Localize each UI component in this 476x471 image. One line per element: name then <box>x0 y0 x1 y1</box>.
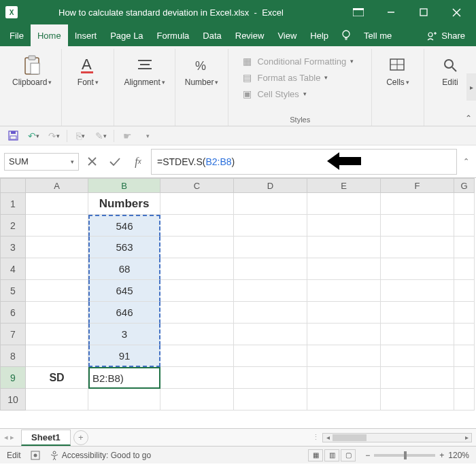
cell-G4[interactable] <box>454 258 475 280</box>
row-header-10[interactable]: 10 <box>0 389 26 411</box>
cell-F4[interactable] <box>381 258 454 280</box>
cell-A6[interactable] <box>26 302 88 324</box>
cell-C5[interactable] <box>160 280 234 302</box>
tab-data[interactable]: Data <box>196 24 228 46</box>
page-break-view-button[interactable]: ▢ <box>341 449 356 461</box>
tab-view[interactable]: View <box>271 24 303 46</box>
cell-B6[interactable]: 646 <box>88 302 160 324</box>
row-header-4[interactable]: 4 <box>0 258 26 280</box>
cell-D4[interactable] <box>234 258 307 280</box>
normal-view-button[interactable]: ▦ <box>308 449 323 461</box>
cell-B4[interactable]: 68 <box>88 258 160 280</box>
row-header-3[interactable]: 3 <box>0 237 26 258</box>
cell-G8[interactable] <box>454 345 475 367</box>
cell-D8[interactable] <box>234 345 307 367</box>
cell-B9[interactable]: B2:B8) <box>88 367 160 389</box>
cell-E2[interactable] <box>307 215 381 237</box>
spreadsheet-grid[interactable]: A B C D E F G 1 Numbers 2 546 3 563 4 68… <box>0 178 476 428</box>
zoom-thumb[interactable] <box>404 451 407 459</box>
cell-D7[interactable] <box>234 324 307 345</box>
collapse-ribbon-icon[interactable]: ⌃ <box>465 114 472 123</box>
col-header-C[interactable]: C <box>160 178 234 193</box>
zoom-level[interactable]: 120% <box>448 451 469 460</box>
cell-F7[interactable] <box>381 324 454 345</box>
zoom-in-button[interactable]: + <box>439 451 444 460</box>
cell-C7[interactable] <box>160 324 234 345</box>
touch-mode-button[interactable]: ☛ <box>120 128 135 143</box>
enter-formula-button[interactable] <box>105 153 125 171</box>
col-header-A[interactable]: A <box>26 178 88 193</box>
cell-G1[interactable] <box>454 193 475 215</box>
cell-F5[interactable] <box>381 280 454 302</box>
ribbon-scroll-right[interactable]: ▸ <box>466 73 476 101</box>
add-sheet-button[interactable]: + <box>73 430 88 445</box>
cell-A3[interactable] <box>26 237 88 258</box>
col-header-B[interactable]: B <box>88 178 160 193</box>
cell-B2[interactable]: 546 <box>88 215 160 237</box>
sheet-tab-1[interactable]: Sheet1 <box>21 430 71 446</box>
sheet-nav[interactable]: ◂ ▸ <box>4 433 18 442</box>
tab-file[interactable]: File <box>3 24 31 46</box>
tab-insert[interactable]: Insert <box>68 24 104 46</box>
cell-E6[interactable] <box>307 302 381 324</box>
cell-G3[interactable] <box>454 237 475 258</box>
cell-B8[interactable]: 91 <box>88 345 160 367</box>
cell-F10[interactable] <box>381 389 454 411</box>
cell-E1[interactable] <box>307 193 381 215</box>
cell-G9[interactable] <box>454 367 475 389</box>
expand-formula-bar[interactable]: ⌃ <box>460 157 472 166</box>
qat-button-2[interactable]: ✎▾ <box>93 128 108 143</box>
cell-A5[interactable] <box>26 280 88 302</box>
tell-me-bulb-icon[interactable] <box>335 24 357 46</box>
cell-C10[interactable] <box>160 389 234 411</box>
cell-B7[interactable]: 3 <box>88 324 160 345</box>
minimize-button[interactable] <box>377 2 405 22</box>
tab-help[interactable]: Help <box>303 24 335 46</box>
qat-customize-button[interactable]: ▾ <box>140 128 155 143</box>
cell-F3[interactable] <box>381 237 454 258</box>
cell-C8[interactable] <box>160 345 234 367</box>
cell-B5[interactable]: 645 <box>88 280 160 302</box>
macro-record-icon[interactable] <box>31 451 40 460</box>
ribbon-display-options-icon[interactable] <box>344 2 373 22</box>
cell-D5[interactable] <box>234 280 307 302</box>
row-header-5[interactable]: 5 <box>0 280 26 302</box>
cell-C2[interactable] <box>160 215 234 237</box>
undo-button[interactable]: ↶▾ <box>26 128 41 143</box>
cell-C6[interactable] <box>160 302 234 324</box>
cell-G6[interactable] <box>454 302 475 324</box>
cell-G2[interactable] <box>454 215 475 237</box>
cell-E10[interactable] <box>307 389 381 411</box>
cell-D10[interactable] <box>234 389 307 411</box>
cell-A2[interactable] <box>26 215 88 237</box>
tell-me-label[interactable]: Tell me <box>357 24 398 46</box>
cells-button[interactable]: Cells▾ <box>377 52 418 90</box>
cell-D1[interactable] <box>234 193 307 215</box>
font-button[interactable]: A Font▾ <box>67 52 108 90</box>
cell-B3[interactable]: 563 <box>88 237 160 258</box>
redo-button[interactable]: ↷▾ <box>46 128 61 143</box>
cell-F6[interactable] <box>381 302 454 324</box>
cell-C4[interactable] <box>160 258 234 280</box>
cell-E3[interactable] <box>307 237 381 258</box>
cell-D6[interactable] <box>234 302 307 324</box>
cell-D3[interactable] <box>234 237 307 258</box>
cell-C1[interactable] <box>160 193 234 215</box>
cell-B10[interactable] <box>88 389 160 411</box>
conditional-formatting-button[interactable]: ▦ Conditional Formatting ▾ <box>238 54 362 68</box>
cell-F1[interactable] <box>381 193 454 215</box>
scroll-thumb[interactable] <box>333 434 367 441</box>
scroll-right-icon[interactable]: ▸ <box>462 434 471 441</box>
tab-formulas[interactable]: Formula <box>150 24 197 46</box>
row-header-7[interactable]: 7 <box>0 324 26 345</box>
row-header-2[interactable]: 2 <box>0 215 26 237</box>
zoom-slider[interactable] <box>374 454 435 457</box>
cell-E8[interactable] <box>307 345 381 367</box>
formula-bar[interactable]: =STDEV.S(B2:B8) <box>151 149 457 175</box>
format-as-table-button[interactable]: ▤ Format as Table ▾ <box>238 71 362 84</box>
cell-styles-button[interactable]: ▣ Cell Styles ▾ <box>238 87 362 101</box>
row-header-1[interactable]: 1 <box>0 193 26 215</box>
row-header-9[interactable]: 9 <box>0 367 26 389</box>
paste-button[interactable]: Clipboard▾ <box>8 52 56 90</box>
cell-F8[interactable] <box>381 345 454 367</box>
